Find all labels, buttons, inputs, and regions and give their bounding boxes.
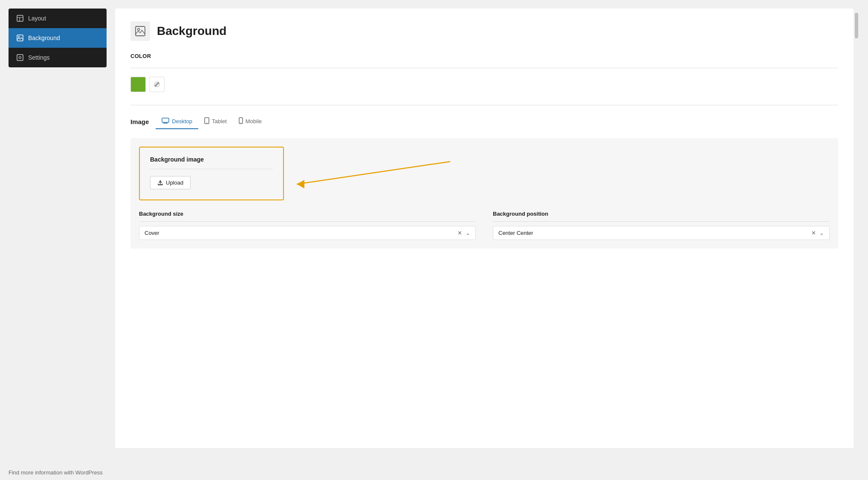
image-section-label: Image	[130, 118, 149, 125]
sidebar-item-background[interactable]: Background	[9, 28, 107, 48]
upload-icon	[157, 180, 163, 186]
svg-point-17	[240, 122, 241, 123]
color-swatch[interactable]	[130, 77, 146, 92]
image-tabs-row: Image Desktop	[130, 114, 838, 130]
scrollbar-thumb[interactable]	[855, 13, 858, 38]
upload-button[interactable]: Upload	[150, 176, 191, 189]
content-area: Background Color Image	[115, 9, 854, 448]
background-image-box: Background image Upload	[139, 147, 284, 200]
svg-rect-10	[162, 118, 169, 122]
bg-position-value: Center Center	[498, 230, 533, 236]
page-title: Background	[157, 24, 226, 38]
color-row	[130, 77, 838, 92]
settings-icon	[16, 54, 24, 61]
layout-icon	[16, 14, 24, 22]
color-clear-button[interactable]	[149, 77, 165, 92]
size-position-row: Background size Cover ✕ ⌄ Bac	[139, 211, 830, 240]
color-section: Color	[130, 53, 838, 92]
color-section-label: Color	[130, 53, 838, 59]
bg-size-actions: ✕ ⌄	[457, 230, 470, 236]
bg-position-chevron-icon[interactable]: ⌄	[819, 230, 824, 236]
sidebar-item-layout-label: Layout	[28, 15, 46, 22]
svg-point-4	[18, 36, 20, 38]
image-section: Image Desktop	[130, 114, 838, 249]
svg-rect-0	[17, 15, 23, 21]
upload-button-label: Upload	[166, 179, 183, 186]
tab-mobile[interactable]: Mobile	[233, 114, 268, 130]
footer-note: Find more information with WordPress	[0, 465, 868, 480]
svg-point-8	[138, 29, 140, 31]
svg-rect-5	[17, 55, 23, 61]
sidebar-item-settings-label: Settings	[28, 54, 50, 61]
tablet-icon	[204, 117, 209, 125]
bg-image-title: Background image	[150, 156, 273, 163]
bg-size-label: Background size	[139, 211, 476, 217]
svg-rect-7	[136, 26, 145, 36]
bg-size-clear-icon[interactable]: ✕	[457, 230, 462, 236]
tab-tablet-label: Tablet	[212, 118, 227, 124]
bg-position-select[interactable]: Center Center ✕ ⌄	[493, 226, 830, 240]
tab-desktop[interactable]: Desktop	[156, 114, 198, 129]
bg-size-group: Background size Cover ✕ ⌄	[139, 211, 476, 240]
svg-point-9	[155, 82, 159, 87]
tab-tablet[interactable]: Tablet	[198, 114, 233, 130]
svg-point-6	[19, 57, 21, 59]
sidebar-item-background-label: Background	[28, 35, 60, 41]
svg-point-15	[206, 122, 207, 123]
tab-mobile-label: Mobile	[246, 118, 262, 124]
page-header: Background	[130, 21, 838, 41]
sidebar-item-settings[interactable]: Settings	[9, 48, 107, 67]
page-header-icon	[130, 21, 150, 41]
svg-marker-19	[297, 180, 304, 188]
image-area-wrapper: Background image Upload	[130, 138, 838, 249]
sidebar-item-layout[interactable]: Layout	[9, 9, 107, 28]
bg-size-chevron-icon[interactable]: ⌄	[466, 230, 470, 236]
bg-position-clear-icon[interactable]: ✕	[811, 230, 816, 236]
scrollbar-track	[854, 9, 859, 448]
bg-size-select[interactable]: Cover ✕ ⌄	[139, 226, 476, 240]
svg-line-18	[297, 162, 450, 184]
sidebar: Layout Background Settings	[9, 9, 107, 67]
tab-desktop-label: Desktop	[172, 118, 192, 124]
desktop-icon	[162, 118, 169, 125]
bg-position-group: Background position Center Center ✕ ⌄	[493, 211, 830, 240]
bg-size-value: Cover	[145, 230, 159, 236]
image-upload-area: Background image Upload	[130, 138, 838, 249]
mobile-icon	[239, 117, 243, 125]
background-icon	[16, 34, 24, 42]
svg-rect-3	[17, 35, 23, 41]
bg-position-actions: ✕ ⌄	[811, 230, 824, 236]
bg-position-label: Background position	[493, 211, 830, 217]
